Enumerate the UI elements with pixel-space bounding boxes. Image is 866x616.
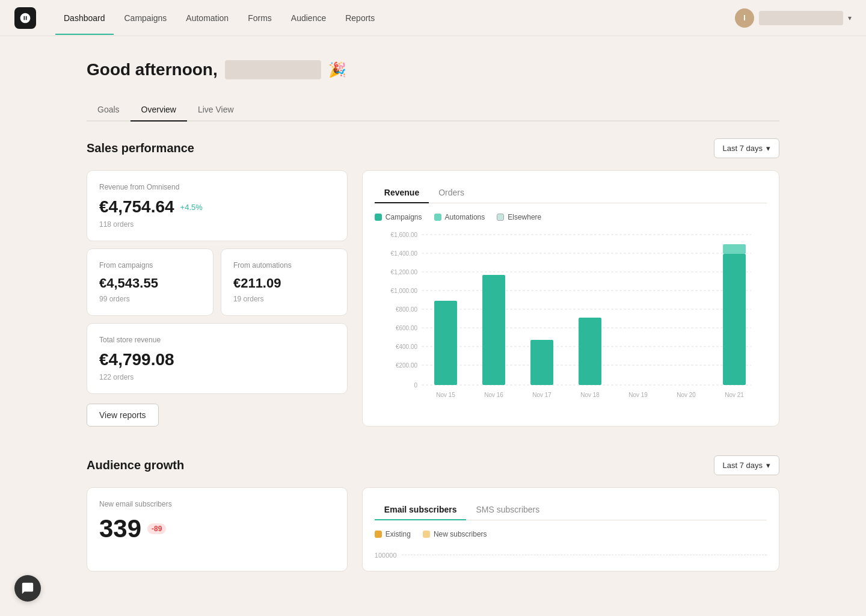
audience-chart-placeholder: 100000 xyxy=(375,547,767,559)
svg-rect-22 xyxy=(530,340,553,385)
total-revenue-label: Total store revenue xyxy=(99,336,335,344)
audience-section: Audience growth Last 7 days ▾ New email … xyxy=(87,455,779,571)
revenue-amount: €4,754.64 xyxy=(99,197,174,217)
bar-chart: €1,600.00 €1,400.00 €1,200.00 €1,000.00 … xyxy=(375,230,767,410)
new-subs-legend-dot xyxy=(423,531,430,538)
greeting-emoji: 🎉 xyxy=(328,61,346,78)
chat-button[interactable] xyxy=(14,575,41,596)
dashboard-tabs: Goals Overview Live View xyxy=(87,99,779,122)
svg-rect-28 xyxy=(723,254,746,385)
legend-automations: Automations xyxy=(434,213,485,221)
automations-value: €211.09 xyxy=(233,276,335,291)
greeting-text: Good afternoon, xyxy=(87,60,218,79)
svg-text:Nov 15: Nov 15 xyxy=(436,392,455,398)
svg-rect-29 xyxy=(723,244,746,254)
aud-tab-email[interactable]: Email subscribers xyxy=(375,500,467,520)
campaigns-card: From campaigns €4,543.55 99 orders xyxy=(87,248,213,316)
revenue-orders: 118 orders xyxy=(99,220,335,229)
new-subscribers-label: New email subscribers xyxy=(99,500,335,508)
campaigns-legend-label: Campaigns xyxy=(385,213,422,221)
existing-legend-dot xyxy=(375,531,382,538)
sales-period-dropdown[interactable]: Last 7 days ▾ xyxy=(714,138,780,158)
aud-tab-sms[interactable]: SMS subscribers xyxy=(466,500,549,520)
svg-text:€200.00: €200.00 xyxy=(396,362,418,369)
svg-text:Nov 20: Nov 20 xyxy=(677,392,696,398)
tab-live-view[interactable]: Live View xyxy=(187,99,245,122)
svg-text:€800.00: €800.00 xyxy=(396,306,418,313)
subscriber-card: New email subscribers 339 -89 xyxy=(87,487,348,571)
greeting: Good afternoon, 🎉 xyxy=(87,60,779,79)
audience-layout: New email subscribers 339 -89 Email subs… xyxy=(87,487,779,571)
svg-text:0: 0 xyxy=(414,382,417,389)
chart-line xyxy=(402,555,767,556)
audience-legend: Existing New subscribers xyxy=(375,530,767,538)
automations-legend-label: Automations xyxy=(445,213,485,221)
campaigns-orders: 99 orders xyxy=(99,295,201,303)
svg-text:Nov 16: Nov 16 xyxy=(484,392,503,398)
revenue-change-badge: +4.5% xyxy=(180,203,203,212)
user-avatar[interactable]: I xyxy=(735,8,754,28)
legend-elsewhere: Elsewhere xyxy=(497,213,541,221)
main-content: Good afternoon, 🎉 Goals Overview Live Vi… xyxy=(72,36,794,596)
nav-reports[interactable]: Reports xyxy=(337,8,383,28)
automations-label: From automations xyxy=(233,261,335,270)
svg-text:Nov 18: Nov 18 xyxy=(580,392,600,398)
nav-automation[interactable]: Automation xyxy=(177,8,237,28)
revenue-omnisend-label: Revenue from Omnisend xyxy=(99,183,335,191)
chevron-down-icon: ▾ xyxy=(766,144,770,153)
nav-forms[interactable]: Forms xyxy=(239,8,280,28)
nav-links: Dashboard Campaigns Automation Forms Aud… xyxy=(55,8,735,28)
subscriber-count: 339 xyxy=(99,514,141,543)
nav-chevron-icon[interactable]: ▾ xyxy=(848,14,852,22)
user-name-placeholder xyxy=(225,60,321,79)
campaigns-legend-dot xyxy=(375,214,382,221)
total-revenue-card: Total store revenue €4,799.08 122 orders xyxy=(87,323,348,394)
svg-text:€600.00: €600.00 xyxy=(396,325,418,331)
audience-chart-tabs: Email subscribers SMS subscribers xyxy=(375,500,767,520)
svg-rect-18 xyxy=(434,301,457,385)
sales-title: Sales performance xyxy=(87,141,194,155)
svg-text:Nov 21: Nov 21 xyxy=(725,392,744,398)
svg-rect-24 xyxy=(579,318,601,385)
elsewhere-legend-dot xyxy=(497,214,504,221)
svg-text:€1,000.00: €1,000.00 xyxy=(390,288,417,294)
legend-campaigns: Campaigns xyxy=(375,213,422,221)
chart-tabs: Revenue Orders xyxy=(375,183,767,203)
svg-text:Nov 17: Nov 17 xyxy=(532,392,551,398)
audience-period-dropdown[interactable]: Last 7 days ▾ xyxy=(714,455,780,475)
campaigns-value: €4,543.55 xyxy=(99,276,201,291)
svg-text:€1,400.00: €1,400.00 xyxy=(390,250,417,257)
revenue-omnisend-value: €4,754.64 +4.5% xyxy=(99,197,335,217)
audience-chart-panel: Email subscribers SMS subscribers Existi… xyxy=(362,487,779,571)
subscriber-count-row: 339 -89 xyxy=(99,514,335,543)
campaigns-label: From campaigns xyxy=(99,261,201,270)
sales-layout: Revenue from Omnisend €4,754.64 +4.5% 11… xyxy=(87,170,779,427)
username-placeholder xyxy=(759,11,843,25)
automations-legend-dot xyxy=(434,214,441,221)
total-orders: 122 orders xyxy=(99,373,335,381)
sales-period-label: Last 7 days xyxy=(723,144,763,153)
sub-cards-row: From campaigns €4,543.55 99 orders From … xyxy=(87,248,348,316)
total-revenue-value: €4,799.08 xyxy=(99,350,335,369)
automations-orders: 19 orders xyxy=(233,295,335,303)
nav-dashboard[interactable]: Dashboard xyxy=(55,8,114,28)
nav-audience[interactable]: Audience xyxy=(283,8,334,28)
logo[interactable] xyxy=(14,7,36,29)
audience-period-label: Last 7 days xyxy=(723,461,763,470)
subscriber-badge: -89 xyxy=(147,523,166,534)
revenue-omnisend-card: Revenue from Omnisend €4,754.64 +4.5% 11… xyxy=(87,170,348,241)
chart-tab-revenue[interactable]: Revenue xyxy=(375,183,429,203)
svg-rect-20 xyxy=(482,275,505,385)
revenue-svg: €1,600.00 €1,400.00 €1,200.00 €1,000.00 … xyxy=(375,230,767,410)
view-reports-button[interactable]: View reports xyxy=(87,404,159,427)
chart-tab-orders[interactable]: Orders xyxy=(429,183,474,203)
chevron-down-icon-2: ▾ xyxy=(766,461,770,470)
svg-text:Nov 19: Nov 19 xyxy=(628,392,648,398)
sales-left: Revenue from Omnisend €4,754.64 +4.5% 11… xyxy=(87,170,348,427)
y-label: 100000 xyxy=(375,552,397,559)
tab-goals[interactable]: Goals xyxy=(87,99,131,122)
new-subs-legend-label: New subscribers xyxy=(434,530,487,538)
tab-overview[interactable]: Overview xyxy=(131,99,187,122)
navbar: Dashboard Campaigns Automation Forms Aud… xyxy=(0,0,866,36)
nav-campaigns[interactable]: Campaigns xyxy=(116,8,176,28)
